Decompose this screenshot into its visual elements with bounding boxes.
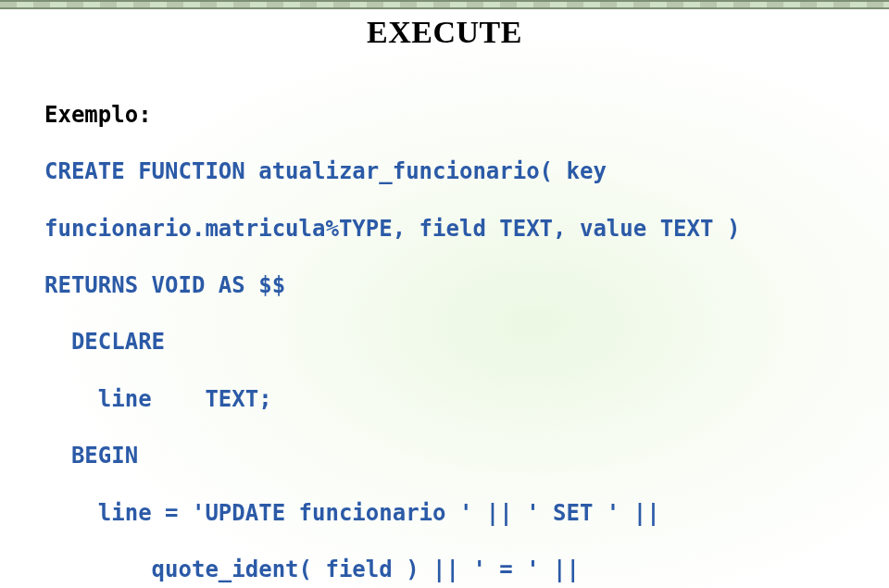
- code-block: Exemplo: CREATE FUNCTION atualizar_funci…: [44, 72, 870, 588]
- code-line: line TEXT;: [44, 385, 870, 414]
- slide-title: EXECUTE: [0, 15, 889, 50]
- code-line: BEGIN: [44, 442, 870, 470]
- code-line: CREATE FUNCTION atualizar_funcionario( k…: [44, 157, 870, 186]
- code-line: quote_ident( field ) || ' = ' ||: [44, 556, 870, 584]
- code-line: Exemplo:: [44, 101, 870, 130]
- code-line: line = 'UPDATE funcionario ' || ' SET ' …: [44, 499, 870, 528]
- code-line: DECLARE: [44, 328, 870, 357]
- decorative-top-stripe: [0, 0, 889, 9]
- code-line: funcionario.matricula%TYPE, field TEXT, …: [44, 215, 870, 244]
- code-line: RETURNS VOID AS $$: [44, 271, 870, 300]
- label-exemplo: Exemplo:: [44, 102, 152, 128]
